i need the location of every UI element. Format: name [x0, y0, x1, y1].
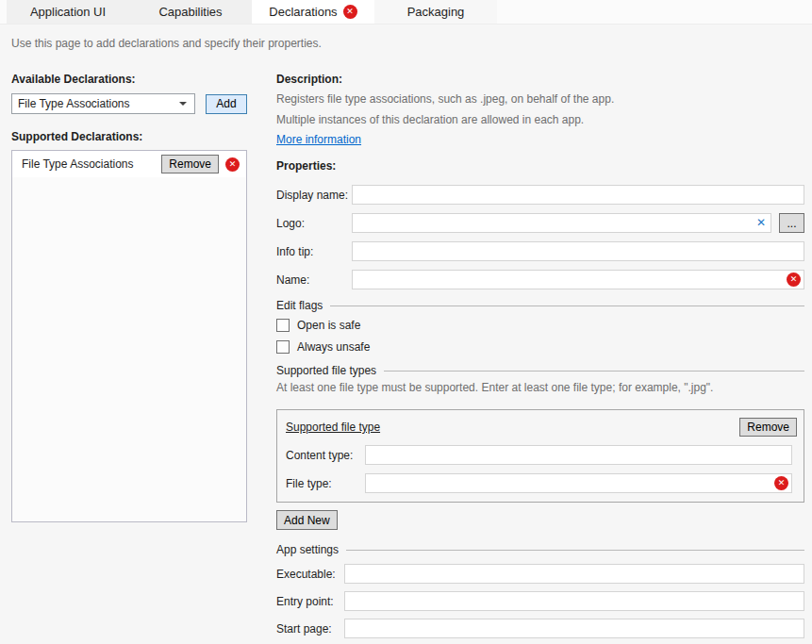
tab-packaging[interactable]: Packaging [374, 0, 497, 24]
add-new-button[interactable]: Add New [276, 510, 338, 530]
app-settings-heading: App settings [276, 543, 339, 556]
start-page-label: Start page: [276, 622, 344, 636]
declaration-details-panel: Description: Registers file type associa… [276, 61, 804, 638]
add-declaration-row: File Type Associations Add [11, 93, 247, 114]
tab-label: Capabilities [158, 5, 222, 19]
logo-row: Logo: ✕ ... [276, 213, 804, 233]
app-manifest-designer: Application UI Capabilities Declarations… [0, 0, 812, 644]
description-line: Multiple instances of this declaration a… [276, 113, 804, 126]
description-heading: Description: [276, 73, 804, 86]
start-page-row: Start page: [276, 619, 804, 638]
always-unsafe-checkbox[interactable] [276, 340, 290, 354]
info-tip-label: Info tip: [276, 245, 352, 258]
more-information-link[interactable]: More information [276, 133, 361, 146]
logo-input[interactable] [352, 213, 771, 233]
name-error-icon: ✕ [787, 272, 801, 287]
tab-capabilities[interactable]: Capabilities [129, 0, 252, 24]
name-input[interactable] [352, 270, 804, 289]
tab-bar: Application UI Capabilities Declarations… [0, 0, 812, 25]
card-header: Supported file type Remove [286, 418, 792, 437]
tab-label: Packaging [407, 5, 465, 19]
name-row: Name: ✕ [276, 270, 804, 289]
remove-declaration-button[interactable]: Remove [161, 155, 219, 173]
remove-file-type-button[interactable]: Remove [739, 418, 797, 437]
content-type-label: Content type: [286, 449, 365, 462]
add-button[interactable]: Add [206, 94, 247, 114]
available-declarations-dropdown[interactable]: File Type Associations [11, 93, 195, 114]
file-type-row: File type: ✕ [286, 473, 792, 493]
available-declarations-label: Available Declarations: [11, 73, 247, 86]
executable-label: Executable: [276, 568, 344, 581]
main-content: Available Declarations: File Type Associ… [0, 61, 812, 638]
supported-file-type-card: Supported file type Remove Content type:… [276, 409, 804, 503]
tab-label: Application UI [30, 5, 106, 19]
tab-error-icon: ✕ [343, 5, 357, 19]
info-tip-row: Info tip: [276, 241, 804, 261]
entry-point-label: Entry point: [276, 595, 344, 608]
name-label: Name: [276, 273, 352, 287]
display-name-input[interactable] [352, 185, 804, 205]
properties-heading: Properties: [276, 159, 804, 173]
supported-file-types-group-header: Supported file types [276, 364, 804, 377]
dropdown-selected-value: File Type Associations [18, 97, 179, 110]
supported-file-type-title: Supported file type [286, 421, 739, 434]
info-tip-input[interactable] [352, 241, 804, 261]
tab-label: Declarations [269, 5, 337, 19]
content-type-input[interactable] [365, 445, 792, 465]
clear-x-icon[interactable]: ✕ [756, 216, 766, 229]
chevron-down-icon [179, 102, 187, 106]
description-line: Registers file type associations, such a… [276, 92, 804, 106]
logo-label: Logo: [276, 217, 352, 230]
start-page-input[interactable] [344, 619, 804, 638]
display-name-row: Display name: [276, 185, 804, 205]
browse-button[interactable]: ... [779, 213, 804, 233]
supported-file-types-heading: Supported file types [276, 364, 376, 377]
always-unsafe-row: Always unsafe [276, 340, 804, 354]
tab-declarations[interactable]: Declarations ✕ [252, 0, 374, 24]
edit-flags-group-header: Edit flags [276, 299, 804, 312]
page-description: Use this page to add declarations and sp… [0, 25, 812, 61]
group-rule [330, 305, 804, 306]
executable-input[interactable] [344, 564, 804, 584]
group-rule [384, 371, 804, 372]
open-is-safe-checkbox[interactable] [276, 319, 290, 332]
executable-row: Executable: [276, 564, 804, 584]
always-unsafe-label: Always unsafe [297, 340, 370, 354]
declaration-name: File Type Associations [22, 157, 161, 171]
file-type-label: File type: [286, 477, 365, 490]
tab-application-ui[interactable]: Application UI [7, 0, 129, 24]
open-is-safe-label: Open is safe [297, 319, 360, 332]
file-type-input[interactable] [365, 473, 792, 493]
entry-point-input[interactable] [344, 591, 804, 611]
edit-flags-heading: Edit flags [276, 299, 323, 312]
supported-declarations-list[interactable]: File Type Associations Remove ✕ [11, 150, 247, 522]
display-name-label: Display name: [276, 189, 352, 202]
open-is-safe-row: Open is safe [276, 319, 804, 332]
supported-file-types-help: At least one file type must be supported… [276, 381, 804, 394]
entry-point-row: Entry point: [276, 591, 804, 611]
app-settings-group-header: App settings [276, 543, 804, 556]
file-type-error-icon: ✕ [774, 476, 788, 490]
group-rule [346, 550, 804, 551]
declaration-error-icon: ✕ [225, 157, 240, 172]
declarations-panel: Available Declarations: File Type Associ… [11, 61, 247, 522]
content-type-row: Content type: [286, 445, 792, 465]
supported-declarations-label: Supported Declarations: [11, 130, 247, 143]
list-item[interactable]: File Type Associations Remove ✕ [12, 151, 246, 177]
